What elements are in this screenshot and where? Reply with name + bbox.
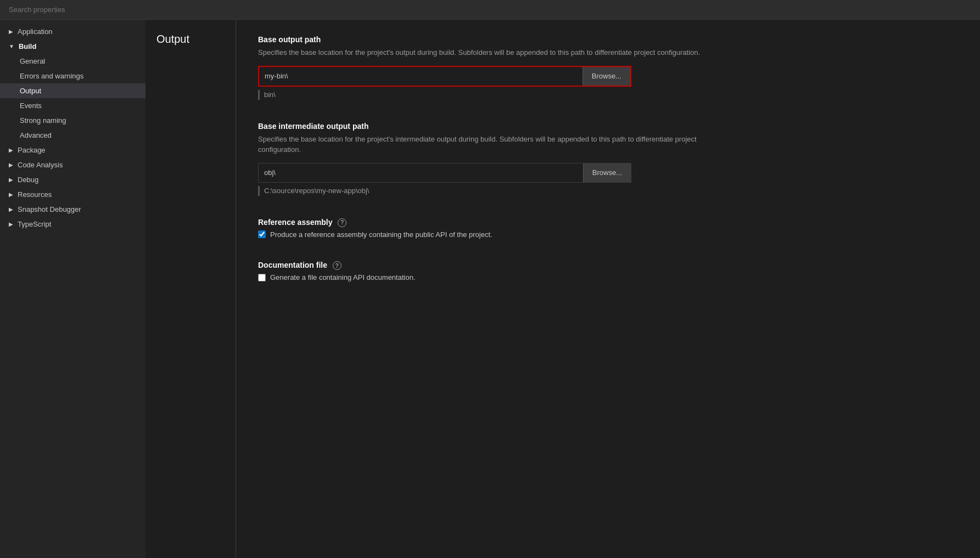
chevron-right-icon: ▶: [9, 221, 13, 227]
base-output-hint: bin\: [258, 90, 958, 100]
sidebar-item-build-errors[interactable]: Errors and warnings: [0, 69, 145, 83]
base-intermediate-input-row: Browse...: [258, 163, 631, 183]
sidebar-item-label: Code Analysis: [18, 161, 63, 169]
hint-value: C:\source\repos\my-new-app\obj\: [264, 187, 369, 195]
search-bar: [0, 0, 980, 20]
documentation-file-title: Documentation file ?: [258, 261, 958, 270]
sidebar-item-package[interactable]: ▶ Package: [0, 143, 145, 157]
sidebar-sub-label: Events: [20, 102, 42, 110]
documentation-file-checkbox[interactable]: [258, 274, 266, 281]
sidebar-item-label: Resources: [18, 190, 52, 199]
documentation-file-section: Documentation file ? Generate a file con…: [258, 261, 958, 281]
sidebar-item-build[interactable]: ▼ Build: [0, 39, 145, 54]
base-intermediate-browse-button[interactable]: Browse...: [583, 164, 631, 182]
sidebar-item-build-strongnaming[interactable]: Strong naming: [0, 113, 145, 128]
sidebar: ▶ Application ▼ Build General Errors and…: [0, 20, 145, 558]
search-input[interactable]: [9, 5, 971, 14]
sidebar-item-code-analysis[interactable]: ▶ Code Analysis: [0, 157, 145, 172]
base-intermediate-section: Base intermediate output path Specifies …: [258, 122, 958, 196]
base-output-path-input[interactable]: [259, 67, 583, 86]
reference-assembly-checkbox-row: Produce a reference assembly containing …: [258, 230, 958, 239]
sidebar-item-debug[interactable]: ▶ Debug: [0, 172, 145, 187]
page-title: Output: [156, 33, 225, 46]
reference-assembly-title: Reference assembly ?: [258, 218, 958, 227]
base-intermediate-path-input[interactable]: [259, 164, 583, 182]
chevron-right-icon: ▶: [9, 147, 13, 153]
sidebar-item-label: TypeScript: [18, 220, 51, 228]
sidebar-item-build-general[interactable]: General: [0, 54, 145, 69]
sidebar-item-resources[interactable]: ▶ Resources: [0, 187, 145, 202]
hint-value: bin\: [264, 91, 276, 99]
chevron-right-icon: ▶: [9, 29, 13, 35]
chevron-right-icon: ▶: [9, 162, 13, 168]
base-intermediate-title: Base intermediate output path: [258, 122, 958, 131]
sidebar-item-label: Debug: [18, 176, 38, 184]
reference-assembly-section: Reference assembly ? Produce a reference…: [258, 218, 958, 239]
base-intermediate-hint: C:\source\repos\my-new-app\obj\: [258, 186, 958, 196]
main-content: Base output path Specifies the base loca…: [236, 20, 980, 558]
hint-bar: [258, 186, 260, 196]
base-output-input-row: Browse...: [258, 66, 631, 87]
sidebar-item-label: Snapshot Debugger: [18, 205, 81, 213]
content-area: Output Base output path Specifies the ba…: [145, 20, 980, 558]
chevron-right-icon: ▶: [9, 177, 13, 183]
sidebar-item-application[interactable]: ▶ Application: [0, 24, 145, 39]
sidebar-item-typescript[interactable]: ▶ TypeScript: [0, 217, 145, 232]
main-layout: ▶ Application ▼ Build General Errors and…: [0, 20, 980, 558]
sidebar-item-build-events[interactable]: Events: [0, 98, 145, 113]
sidebar-item-label: Package: [18, 146, 46, 154]
page-title-panel: Output: [145, 20, 236, 558]
documentation-file-checkbox-label: Generate a file containing API documenta…: [270, 273, 416, 281]
hint-bar: [258, 90, 260, 100]
documentation-file-help-icon[interactable]: ?: [333, 261, 341, 270]
sidebar-sub-label: General: [20, 57, 45, 65]
sidebar-item-build-output[interactable]: Output: [0, 83, 145, 98]
sidebar-sub-label: Output: [20, 87, 41, 95]
documentation-file-checkbox-row: Generate a file containing API documenta…: [258, 273, 958, 281]
sidebar-item-build-advanced[interactable]: Advanced: [0, 128, 145, 143]
base-intermediate-desc: Specifies the base location for the proj…: [258, 134, 708, 155]
reference-assembly-help-icon[interactable]: ?: [338, 218, 346, 227]
base-output-title: Base output path: [258, 35, 958, 44]
base-output-browse-button[interactable]: Browse...: [583, 67, 630, 86]
chevron-down-icon: ▼: [9, 43, 14, 49]
sidebar-sub-label: Advanced: [20, 131, 52, 139]
chevron-right-icon: ▶: [9, 191, 13, 198]
base-output-section: Base output path Specifies the base loca…: [258, 35, 958, 100]
chevron-right-icon: ▶: [9, 206, 13, 212]
sidebar-item-label: Application: [18, 27, 53, 36]
reference-assembly-checkbox[interactable]: [258, 230, 266, 238]
reference-assembly-checkbox-label: Produce a reference assembly containing …: [270, 230, 492, 239]
sidebar-item-snapshot-debugger[interactable]: ▶ Snapshot Debugger: [0, 202, 145, 217]
sidebar-sub-label: Errors and warnings: [20, 72, 83, 80]
base-output-desc: Specifies the base location for the proj…: [258, 47, 708, 58]
sidebar-item-label: Build: [19, 42, 37, 50]
sidebar-sub-label: Strong naming: [20, 116, 66, 125]
